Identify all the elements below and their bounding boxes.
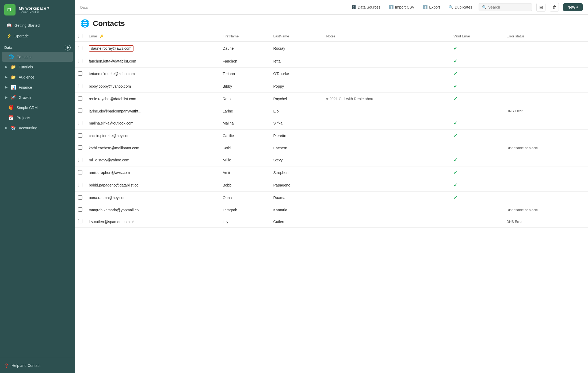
sidebar-item-simple-crm[interactable]: 🎁 Simple CRM (2, 103, 73, 112)
search-box[interactable]: 🔍 (479, 3, 532, 11)
lastname-cell: Poppy (270, 80, 323, 93)
sidebar-item-contacts[interactable]: 🌐 Contacts (2, 52, 73, 62)
row-checkbox[interactable] (78, 96, 82, 101)
export-button[interactable]: ⬇️ Export (421, 4, 442, 10)
row-checkbox[interactable] (78, 108, 82, 113)
valid-email-cell (450, 216, 503, 228)
sidebar-item-upgrade[interactable]: ⚡ Upgrade (2, 31, 73, 41)
row-checkbox[interactable] (78, 170, 82, 174)
calendar-icon: 📅 (9, 115, 14, 120)
import-csv-button[interactable]: ⬆️ Import CSV (387, 4, 417, 10)
sidebar-item-audience[interactable]: ▶ 📁 Audience (2, 72, 73, 82)
sidebar-item-tutorials[interactable]: ▶ 📁 Tutorials (2, 62, 73, 72)
firstname-cell: Daune (219, 42, 270, 55)
email-cell[interactable]: lily.cutlerr@spamdomain.uk (86, 216, 219, 228)
notes-cell (323, 130, 450, 142)
valid-email-cell: ✓ (450, 154, 503, 166)
row-checkbox[interactable] (78, 84, 82, 88)
new-button[interactable]: New + (563, 3, 583, 11)
trash-icon: 🗑 (552, 5, 556, 10)
lastname-cell: O'Rourke (270, 68, 323, 80)
row-checkbox[interactable] (78, 133, 82, 138)
selected-email: daune.rocray@aws.com (89, 45, 133, 52)
table-row: cacilie.pierette@hey.comCaciliePierette✓ (75, 130, 588, 142)
email-cell[interactable]: kathi.eachern@mailinator.com (86, 142, 219, 154)
export-icon: ⬇️ (423, 5, 427, 9)
sidebar-footer: ❓ Help and Contact (0, 358, 75, 373)
error-status-cell (503, 93, 588, 105)
delete-button[interactable]: 🗑 (550, 3, 559, 12)
notes-cell (323, 166, 450, 179)
workspace-header[interactable]: FL My workspace ▾ Florian Poullin (0, 0, 75, 18)
error-status-cell: Disposable or blackl (503, 204, 588, 216)
row-checkbox[interactable] (78, 121, 82, 125)
search-input[interactable] (488, 5, 529, 9)
sidebar: FL My workspace ▾ Florian Poullin 📖 Gett… (0, 0, 75, 373)
sidebar-item-finance[interactable]: ▶ 📊 Finance (2, 82, 73, 92)
row-checkbox[interactable] (78, 46, 82, 50)
notes-column-header[interactable]: Notes (323, 31, 450, 42)
error-status-cell (503, 130, 588, 142)
row-checkbox[interactable] (78, 195, 82, 200)
help-contact-item[interactable]: ❓ Help and Contact (4, 361, 71, 370)
email-column-header[interactable]: Email 🔑 (86, 31, 219, 42)
sidebar-item-getting-started[interactable]: 📖 Getting Started (2, 20, 73, 30)
email-cell[interactable]: oona.raama@hey.com (86, 192, 219, 204)
firstname-column-header[interactable]: FirstName (219, 31, 270, 42)
email-cell[interactable]: tamqrah.kamaria@yopmail.co... (86, 204, 219, 216)
row-checkbox[interactable] (78, 145, 82, 150)
sidebar-item-label: Simple CRM (17, 106, 38, 110)
chevron-right-icon: ▶ (5, 75, 7, 79)
duplicates-button[interactable]: 🔍 Duplicates (446, 4, 474, 10)
email-cell[interactable]: daune.rocray@aws.com (86, 42, 219, 55)
data-sources-icon: 🗄️ (352, 5, 356, 9)
email-cell[interactable]: millie.stevy@yahoo.com (86, 154, 219, 166)
email-cell[interactable]: teriann.o'rourke@zoho.com (86, 68, 219, 80)
rocket-icon: 🚀 (11, 95, 16, 100)
select-all-checkbox[interactable] (78, 34, 82, 38)
lastname-cell: Slifka (270, 117, 323, 130)
add-data-button[interactable]: + (65, 45, 71, 50)
sidebar-item-projects[interactable]: 📅 Projects (2, 113, 73, 123)
upgrade-icon: ⚡ (6, 33, 12, 38)
firstname-cell: Kathi (219, 142, 270, 154)
email-cell[interactable]: larine.elo@badcompanywutht... (86, 105, 219, 117)
key-icon: 🔑 (100, 34, 104, 38)
notes-cell (323, 55, 450, 68)
row-checkbox[interactable] (78, 71, 82, 76)
checkmark-icon: ✓ (453, 71, 457, 76)
sidebar-item-growth[interactable]: ▶ 🚀 Growth (2, 92, 73, 102)
lastname-cell: Stevy (270, 154, 323, 166)
sidebar-item-label: Growth (19, 95, 31, 100)
checkmark-icon: ✓ (453, 195, 457, 200)
valid-email-cell: ✓ (450, 93, 503, 105)
data-sources-button[interactable]: 🗄️ Data Sources (349, 4, 383, 10)
error-status-cell (503, 68, 588, 80)
sidebar-item-accounting[interactable]: ▶ 📚 Accounting (2, 123, 73, 133)
valid-email-cell: ✓ (450, 42, 503, 55)
error-status-column-header[interactable]: Error status (503, 31, 588, 42)
duplicates-icon: 🔍 (449, 5, 453, 9)
table-header-row: Email 🔑 FirstName LastName Notes Valid E… (75, 31, 588, 42)
email-cell[interactable]: bobbi.papageno@datablist.co... (86, 179, 219, 192)
email-cell[interactable]: bibby.poppy@yahoo.com (86, 80, 219, 93)
valid-email-column-header[interactable]: Valid Email (450, 31, 503, 42)
lastname-column-header[interactable]: LastName (270, 31, 323, 42)
error-status-cell (503, 179, 588, 192)
email-cell[interactable]: amii.strephon@aws.com (86, 166, 219, 179)
contacts-icon: 🌐 (80, 19, 90, 28)
workspace-info: My workspace ▾ Florian Poullin (19, 6, 49, 14)
row-checkbox[interactable] (78, 59, 82, 63)
email-cell[interactable]: cacilie.pierette@hey.com (86, 130, 219, 142)
lastname-cell: Raychel (270, 93, 323, 105)
email-cell[interactable]: malina.slifka@outlook.com (86, 117, 219, 130)
row-checkbox[interactable] (78, 207, 82, 212)
notes-cell (323, 204, 450, 216)
layout-toggle-button[interactable]: ⊞ (536, 3, 545, 12)
email-cell[interactable]: fanchon.ietta@datablist.com (86, 55, 219, 68)
row-checkbox[interactable] (78, 183, 82, 187)
row-checkbox[interactable] (78, 219, 82, 223)
row-checkbox[interactable] (78, 158, 82, 162)
page-title: Contacts (93, 19, 125, 28)
email-cell[interactable]: renie.raychel@datablist.com (86, 93, 219, 105)
